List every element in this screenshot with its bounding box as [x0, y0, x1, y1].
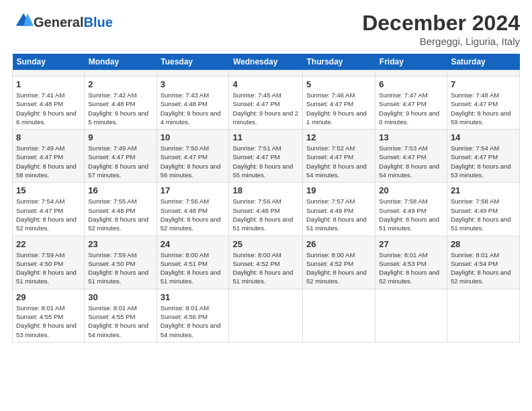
calendar-cell: 14Sunrise: 7:54 AM Sunset: 4:47 PM Dayli…: [447, 130, 519, 183]
day-info: Sunrise: 7:46 AM Sunset: 4:47 PM Dayligh…: [306, 91, 371, 126]
calendar-week-0: [13, 71, 520, 77]
day-number: 14: [451, 132, 516, 142]
calendar-cell: 28Sunrise: 8:01 AM Sunset: 4:54 PM Dayli…: [447, 236, 519, 289]
day-info: Sunrise: 8:01 AM Sunset: 4:54 PM Dayligh…: [451, 250, 516, 286]
calendar-cell: [447, 71, 519, 77]
day-number: 19: [306, 185, 371, 195]
col-header-sunday: Sunday: [13, 54, 85, 71]
calendar-cell: [157, 71, 229, 77]
day-info: Sunrise: 8:00 AM Sunset: 4:52 PM Dayligh…: [232, 250, 299, 286]
calendar-cell: 3Sunrise: 7:43 AM Sunset: 4:48 PM Daylig…: [157, 77, 229, 130]
day-info: Sunrise: 7:53 AM Sunset: 4:47 PM Dayligh…: [379, 144, 443, 179]
page-title: December 2024: [362, 11, 520, 36]
day-info: Sunrise: 8:00 AM Sunset: 4:51 PM Dayligh…: [161, 250, 226, 286]
logo: GeneralBlue: [12, 11, 113, 34]
calendar-cell: 9Sunrise: 7:49 AM Sunset: 4:47 PM Daylig…: [85, 130, 157, 183]
calendar-cell: [375, 71, 447, 77]
calendar-cell: 12Sunrise: 7:52 AM Sunset: 4:47 PM Dayli…: [303, 130, 375, 183]
day-number: 1: [16, 79, 81, 89]
day-info: Sunrise: 7:45 AM Sunset: 4:47 PM Dayligh…: [232, 91, 299, 126]
col-header-wednesday: Wednesday: [229, 54, 303, 71]
calendar-cell: [375, 289, 447, 342]
day-info: Sunrise: 7:49 AM Sunset: 4:47 PM Dayligh…: [16, 144, 81, 179]
day-info: Sunrise: 7:47 AM Sunset: 4:47 PM Dayligh…: [379, 91, 443, 126]
day-number: 5: [306, 79, 371, 89]
title-block: December 2024 Bergeggi, Liguria, Italy: [362, 11, 520, 47]
day-info: Sunrise: 8:01 AM Sunset: 4:53 PM Dayligh…: [379, 250, 443, 286]
page-subtitle: Bergeggi, Liguria, Italy: [362, 36, 520, 47]
day-info: Sunrise: 7:48 AM Sunset: 4:47 PM Dayligh…: [451, 91, 516, 126]
calendar-cell: [303, 289, 375, 342]
day-info: Sunrise: 7:59 AM Sunset: 4:50 PM Dayligh…: [16, 250, 81, 286]
col-header-friday: Friday: [375, 54, 447, 71]
calendar-cell: 30Sunrise: 8:01 AM Sunset: 4:55 PM Dayli…: [85, 289, 157, 342]
calendar-cell: [229, 71, 303, 77]
col-header-thursday: Thursday: [303, 54, 375, 71]
day-number: 16: [88, 185, 152, 195]
calendar-cell: [303, 71, 375, 77]
day-info: Sunrise: 7:49 AM Sunset: 4:47 PM Dayligh…: [88, 144, 152, 179]
calendar-cell: [85, 71, 157, 77]
calendar-cell: 2Sunrise: 7:42 AM Sunset: 4:48 PM Daylig…: [85, 77, 157, 130]
calendar-week-1: 1Sunrise: 7:41 AM Sunset: 4:48 PM Daylig…: [13, 77, 520, 130]
day-number: 26: [306, 239, 371, 249]
calendar-cell: 22Sunrise: 7:59 AM Sunset: 4:50 PM Dayli…: [13, 236, 85, 289]
logo-blue: Blue: [83, 15, 112, 30]
day-number: 31: [161, 292, 226, 302]
col-header-monday: Monday: [85, 54, 157, 71]
logo-general: General: [34, 15, 83, 30]
calendar-cell: 21Sunrise: 7:58 AM Sunset: 4:49 PM Dayli…: [447, 183, 519, 236]
day-info: Sunrise: 8:01 AM Sunset: 4:56 PM Dayligh…: [161, 304, 226, 339]
calendar-week-2: 8Sunrise: 7:49 AM Sunset: 4:47 PM Daylig…: [13, 130, 520, 183]
calendar-cell: 5Sunrise: 7:46 AM Sunset: 4:47 PM Daylig…: [303, 77, 375, 130]
calendar-cell: 26Sunrise: 8:00 AM Sunset: 4:52 PM Dayli…: [303, 236, 375, 289]
calendar-cell: 6Sunrise: 7:47 AM Sunset: 4:47 PM Daylig…: [375, 77, 447, 130]
day-info: Sunrise: 7:58 AM Sunset: 4:49 PM Dayligh…: [451, 197, 516, 232]
day-number: 20: [379, 185, 443, 195]
day-number: 24: [161, 239, 226, 249]
calendar-cell: 13Sunrise: 7:53 AM Sunset: 4:47 PM Dayli…: [375, 130, 447, 183]
day-number: 22: [16, 239, 81, 249]
calendar-cell: 25Sunrise: 8:00 AM Sunset: 4:52 PM Dayli…: [229, 236, 303, 289]
calendar-cell: 18Sunrise: 7:56 AM Sunset: 4:48 PM Dayli…: [229, 183, 303, 236]
calendar-cell: 31Sunrise: 8:01 AM Sunset: 4:56 PM Dayli…: [157, 289, 229, 342]
calendar-cell: 23Sunrise: 7:59 AM Sunset: 4:50 PM Dayli…: [85, 236, 157, 289]
day-number: 11: [232, 132, 299, 142]
calendar-cell: 20Sunrise: 7:58 AM Sunset: 4:49 PM Dayli…: [375, 183, 447, 236]
day-number: 21: [451, 185, 516, 195]
day-number: 13: [379, 132, 443, 142]
day-number: 9: [88, 132, 152, 142]
calendar-cell: [229, 289, 303, 342]
calendar-cell: 19Sunrise: 7:57 AM Sunset: 4:49 PM Dayli…: [303, 183, 375, 236]
day-number: 30: [88, 292, 152, 302]
day-number: 12: [306, 132, 371, 142]
day-number: 27: [379, 239, 443, 249]
day-info: Sunrise: 7:59 AM Sunset: 4:50 PM Dayligh…: [88, 250, 152, 286]
day-info: Sunrise: 7:50 AM Sunset: 4:47 PM Dayligh…: [161, 144, 226, 179]
day-info: Sunrise: 7:43 AM Sunset: 4:48 PM Dayligh…: [161, 91, 226, 126]
day-number: 17: [161, 185, 226, 195]
day-info: Sunrise: 8:01 AM Sunset: 4:55 PM Dayligh…: [16, 304, 81, 339]
day-info: Sunrise: 7:58 AM Sunset: 4:49 PM Dayligh…: [379, 197, 443, 232]
calendar-cell: 27Sunrise: 8:01 AM Sunset: 4:53 PM Dayli…: [375, 236, 447, 289]
calendar-cell: 24Sunrise: 8:00 AM Sunset: 4:51 PM Dayli…: [157, 236, 229, 289]
day-info: Sunrise: 7:51 AM Sunset: 4:47 PM Dayligh…: [232, 144, 299, 179]
day-info: Sunrise: 7:55 AM Sunset: 4:48 PM Dayligh…: [88, 197, 152, 232]
day-info: Sunrise: 7:54 AM Sunset: 4:47 PM Dayligh…: [451, 144, 516, 179]
page-header: GeneralBlue December 2024 Bergeggi, Ligu…: [12, 11, 520, 47]
calendar-cell: [447, 289, 519, 342]
logo-icon: [13, 11, 34, 31]
calendar-cell: [13, 71, 85, 77]
day-info: Sunrise: 7:52 AM Sunset: 4:47 PM Dayligh…: [306, 144, 371, 179]
day-info: Sunrise: 7:41 AM Sunset: 4:48 PM Dayligh…: [16, 91, 81, 126]
day-number: 15: [16, 185, 81, 195]
calendar-table: SundayMondayTuesdayWednesdayThursdayFrid…: [12, 54, 520, 342]
calendar-cell: 17Sunrise: 7:56 AM Sunset: 4:48 PM Dayli…: [157, 183, 229, 236]
col-header-tuesday: Tuesday: [157, 54, 229, 71]
page-container: GeneralBlue December 2024 Bergeggi, Ligu…: [0, 0, 532, 349]
calendar-week-4: 22Sunrise: 7:59 AM Sunset: 4:50 PM Dayli…: [13, 236, 520, 289]
day-number: 28: [451, 239, 516, 249]
day-number: 8: [16, 132, 81, 142]
day-info: Sunrise: 7:54 AM Sunset: 4:47 PM Dayligh…: [16, 197, 81, 232]
day-number: 4: [232, 79, 299, 89]
